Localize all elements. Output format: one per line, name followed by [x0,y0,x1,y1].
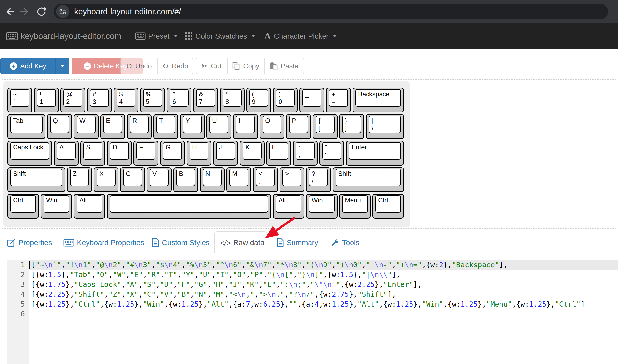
key-g[interactable]: G [160,141,185,166]
key-d[interactable]: D [107,141,132,166]
key-space[interactable]: ^6 [167,88,191,112]
key-ctrl[interactable]: Ctrl [7,194,39,219]
code-token: " [310,280,314,289]
raw-data-editor[interactable]: ["~\n`","!\n1","@\n2","#\n3","$\n4","%\n… [31,260,616,364]
key-x[interactable]: X [94,167,118,192]
reload-button[interactable] [33,3,50,20]
key-win[interactable]: Win [41,194,72,219]
key-shift[interactable]: Shift [333,167,404,192]
key-space[interactable]: $4 [114,88,138,112]
key-q[interactable]: Q [47,114,72,139]
key-f[interactable]: F [133,141,158,166]
add-key-button[interactable]: + Add Key [0,58,56,74]
redo-button[interactable]: ↻ Redo [157,58,193,74]
key-h[interactable]: H [187,141,211,166]
key-caps-lock[interactable]: Caps Lock [7,141,52,166]
key-space[interactable]: )0 [273,88,298,112]
key-space[interactable]: !1 [34,88,59,112]
key-space[interactable]: &7 [193,88,218,112]
undo-button[interactable]: ↺ Undo [120,58,157,74]
key-space[interactable]: <, [253,167,278,192]
key-enter[interactable]: Enter [346,141,404,166]
forward-button[interactable] [16,3,32,20]
tab-summary[interactable]: Summary [277,235,318,250]
key-space[interactable]: @2 [60,88,85,112]
key-space[interactable]: %5 [140,88,165,112]
key-space[interactable]: "' [319,141,344,166]
code-line[interactable]: [{w:1.25},"Ctrl",{w:1.25},"Win",{w:1.25}… [31,299,585,309]
key-z[interactable]: Z [67,167,92,192]
menu-character-picker[interactable]: A Character Picker [264,23,337,49]
menu-preset[interactable]: Preset [135,23,178,49]
code-token: \\ [379,270,388,279]
key-o[interactable]: O [260,114,284,139]
key-t[interactable]: T [153,114,178,139]
key-m[interactable]: M [226,167,251,192]
code-line[interactable]: [{w:2.25},"Shift","Z","X","C","V","B","N… [31,289,396,299]
key-space[interactable]: _- [299,88,324,112]
key-space[interactable]: += [326,88,351,112]
key-space[interactable]: ?/ [306,167,331,192]
code-line[interactable]: [{w:1.75},"Caps Lock","A","S","D","F","G… [31,280,422,289]
key-l[interactable]: L [266,141,291,166]
key-alt[interactable]: Alt [273,194,304,219]
line-number: 5 [7,299,29,309]
key-backspace[interactable]: Backspace [353,88,404,112]
key-win[interactable]: Win [306,194,338,219]
key-label-lower: . [285,178,299,185]
url-bar[interactable]: keyboard-layout-editor.com/#/ [54,4,608,19]
key-tab[interactable]: Tab [7,114,45,139]
code-token: "U" [199,270,211,279]
key-space[interactable]: |\ [366,114,404,139]
key-w[interactable]: W [74,114,99,139]
key-shift[interactable]: Shift [7,167,65,192]
key-space[interactable]: #3 [87,88,112,112]
code-token: ,{w: [422,261,439,269]
brand-link[interactable]: keyboard-layout-editor.com [6,23,121,49]
key-b[interactable]: B [173,167,198,192]
key-u[interactable]: U [206,114,231,139]
code-token: , [104,290,108,298]
tab-keyboard-properties[interactable]: Keyboard Properties [63,235,144,250]
url-text[interactable]: keyboard-layout-editor.com/#/ [74,4,181,19]
tab-tools[interactable]: Tools [331,235,359,250]
paste-button[interactable]: Paste [264,58,304,74]
key-space[interactable]: {[ [313,114,338,139]
site-settings-button[interactable] [56,5,69,18]
key-c[interactable]: C [120,167,145,192]
key-ctrl[interactable]: Ctrl [372,194,404,219]
key-menu[interactable]: Menu [339,194,371,219]
key-space[interactable]: ~` [7,88,32,112]
key-p[interactable]: P [286,114,311,139]
back-button[interactable] [2,3,18,20]
key-y[interactable]: Y [180,114,205,139]
key-space[interactable]: (9 [246,88,271,112]
key-i[interactable]: I [233,114,258,139]
key-space[interactable]: }] [339,114,364,139]
key-n[interactable]: N [200,167,225,192]
key-e[interactable]: E [100,114,125,139]
copy-button[interactable]: Copy [227,58,264,74]
code-token: "Shift" [74,290,104,298]
code-line[interactable]: ["~\n`","!\n1","@\n2","#\n3","$\n4","%\n… [31,260,508,270]
key-v[interactable]: V [147,167,172,192]
code-line[interactable]: [{w:1.5},"Tab","Q","W","E","R","T","Y","… [31,270,400,280]
key-s[interactable]: S [80,141,105,166]
cut-button[interactable]: ✂ Cut [196,58,227,74]
tab-raw-data[interactable]: </> Raw data [220,235,265,250]
key-k[interactable]: K [240,141,265,166]
key-alt[interactable]: Alt [74,194,105,219]
tab-custom-styles[interactable]: Custom Styles [152,235,209,250]
code-token: \n [297,290,306,298]
tab-properties[interactable]: Properties [7,235,52,250]
key-r[interactable]: R [127,114,152,139]
key-space[interactable]: >. [280,167,304,192]
key-space[interactable]: *8 [220,88,245,112]
menu-color-swatches[interactable]: Color Swatches [185,23,255,49]
add-key-dropdown-button[interactable] [56,58,69,74]
key-space[interactable]: :; [293,141,318,166]
key-space[interactable] [107,194,271,219]
key-j[interactable]: J [213,141,238,166]
key-a[interactable]: A [54,141,79,166]
key-label-upper: C [126,170,139,178]
